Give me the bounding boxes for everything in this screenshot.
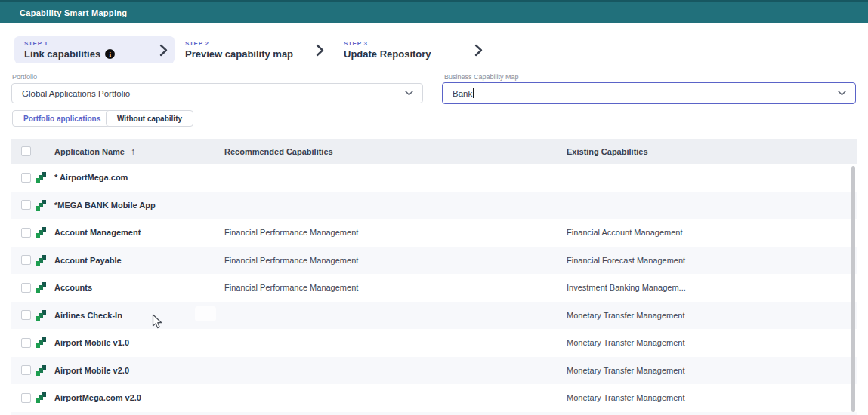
without-capability-toggle[interactable]: Without capability xyxy=(106,110,193,127)
portfolio-applications-toggle[interactable]: Portfolio applications xyxy=(12,110,112,127)
application-icon xyxy=(36,310,46,321)
mouse-cursor-icon xyxy=(152,314,163,330)
table-body: * AirportMega.com *MEGA BANK Mobile App xyxy=(11,164,857,415)
select-all-checkbox[interactable] xyxy=(21,146,31,156)
column-header-application-name[interactable]: Application Name xyxy=(54,146,224,157)
sort-ascending-icon xyxy=(131,146,135,157)
table-row[interactable]: Account Management Financial Performance… xyxy=(11,219,857,247)
table-row[interactable]: Airport Mobile v2.0 Monetary Transfer Ma… xyxy=(11,357,857,385)
row-checkbox[interactable] xyxy=(21,200,31,210)
info-icon[interactable] xyxy=(105,49,115,59)
application-name: Airport Mobile v2.0 xyxy=(54,366,224,375)
step-2-title: Preview capability map xyxy=(185,48,293,60)
text-caret xyxy=(473,88,474,98)
applications-table: Application Name Recommended Capabilitie… xyxy=(11,139,857,415)
table-row[interactable]: *MEGA BANK Mobile App xyxy=(11,192,857,220)
hover-highlight xyxy=(195,306,216,321)
table-row[interactable]: AirportMega.com v2.0 Monetary Transfer M… xyxy=(11,384,857,412)
application-name: Account Management xyxy=(54,228,224,237)
recommended-capability: Financial Performance Management xyxy=(224,256,567,265)
chevron-down-icon xyxy=(405,91,413,96)
step-1-title: Link capabilities xyxy=(24,48,100,60)
column-header-recommended-capabilities: Recommended Capabilities xyxy=(224,147,567,156)
page-title: Capability Smart Mapping xyxy=(0,8,127,17)
recommended-capability: Financial Performance Management xyxy=(224,283,567,292)
row-checkbox[interactable] xyxy=(21,283,31,293)
application-name: Accounts xyxy=(54,283,224,292)
row-checkbox[interactable] xyxy=(21,393,31,403)
application-name: *MEGA BANK Mobile App xyxy=(54,201,224,210)
existing-capability: Investment Banking Managem... xyxy=(567,283,857,292)
vertical-scrollbar-thumb[interactable] xyxy=(851,166,855,412)
step-3-update-repository[interactable]: STEP 3 Update Repository xyxy=(344,36,490,63)
app-topbar: Capability Smart Mapping xyxy=(0,0,868,23)
application-name: Airport Mobile v1.0 xyxy=(54,338,224,347)
application-icon xyxy=(36,337,46,348)
portfolio-selected-value: Global Applications Portfolio xyxy=(22,89,130,98)
existing-capability: Monetary Transfer Management xyxy=(567,338,857,347)
table-row[interactable]: * AirportMega.com xyxy=(11,164,857,192)
existing-capability: Financial Account Management xyxy=(567,228,857,237)
chevron-down-icon xyxy=(838,91,846,96)
application-icon xyxy=(36,227,46,238)
existing-capability: Financial Forecast Management xyxy=(567,256,857,265)
row-checkbox[interactable] xyxy=(21,173,31,183)
table-row[interactable]: Airlines Check-In Monetary Transfer Mana… xyxy=(11,302,857,330)
recommended-capability: Financial Performance Management xyxy=(224,228,567,237)
step-3-label: STEP 3 xyxy=(344,40,431,47)
portfolio-applications-toggle-label: Portfolio applications xyxy=(23,115,100,123)
chevron-right-icon xyxy=(159,44,168,57)
chevron-right-icon xyxy=(316,44,324,57)
application-icon xyxy=(36,282,46,293)
existing-capability: Monetary Transfer Management xyxy=(567,366,857,375)
application-icon xyxy=(36,172,46,183)
application-name: AirportMega.com v2.0 xyxy=(54,393,224,402)
portfolio-select[interactable]: Global Applications Portfolio xyxy=(11,83,423,103)
business-capability-map-value: Bank xyxy=(453,89,472,98)
row-checkbox[interactable] xyxy=(21,228,31,238)
business-capability-map-input[interactable]: Bank xyxy=(442,82,856,104)
table-row[interactable]: Account Payable Financial Performance Ma… xyxy=(11,247,857,275)
application-icon xyxy=(36,392,46,403)
application-icon xyxy=(36,200,46,211)
portfolio-label: Portfolio xyxy=(12,73,37,81)
table-header-row: Application Name Recommended Capabilitie… xyxy=(11,139,857,164)
capability-smart-mapping-screen: Capability Smart Mapping STEP 1 Link cap… xyxy=(0,0,868,415)
table-row[interactable]: Airport Mobile v1.0 Monetary Transfer Ma… xyxy=(11,329,857,357)
application-icon xyxy=(36,365,46,376)
row-checkbox[interactable] xyxy=(21,310,31,320)
business-capability-map-label: Business Capability Map xyxy=(444,73,519,81)
table-row[interactable]: Accounts Financial Performance Managemen… xyxy=(11,274,857,302)
row-checkbox[interactable] xyxy=(21,338,31,348)
table-row[interactable] xyxy=(11,412,857,415)
chevron-right-icon xyxy=(474,44,483,57)
column-header-existing-capabilities: Existing Capabilities xyxy=(567,147,857,156)
existing-capability: Monetary Transfer Management xyxy=(567,311,857,320)
existing-capability: Monetary Transfer Management xyxy=(567,393,857,402)
application-icon xyxy=(36,255,46,266)
step-1-label: STEP 1 xyxy=(24,40,115,47)
row-checkbox[interactable] xyxy=(21,365,31,375)
step-3-title: Update Repository xyxy=(344,48,431,60)
without-capability-toggle-label: Without capability xyxy=(117,115,182,123)
step-2-label: STEP 2 xyxy=(185,40,293,47)
application-name: * AirportMega.com xyxy=(54,173,224,182)
step-1-link-capabilities[interactable]: STEP 1 Link capabilities xyxy=(14,36,175,63)
row-checkbox[interactable] xyxy=(21,255,31,265)
step-2-preview-capability-map[interactable]: STEP 2 Preview capability map xyxy=(185,36,331,63)
application-name: Account Payable xyxy=(54,256,224,265)
